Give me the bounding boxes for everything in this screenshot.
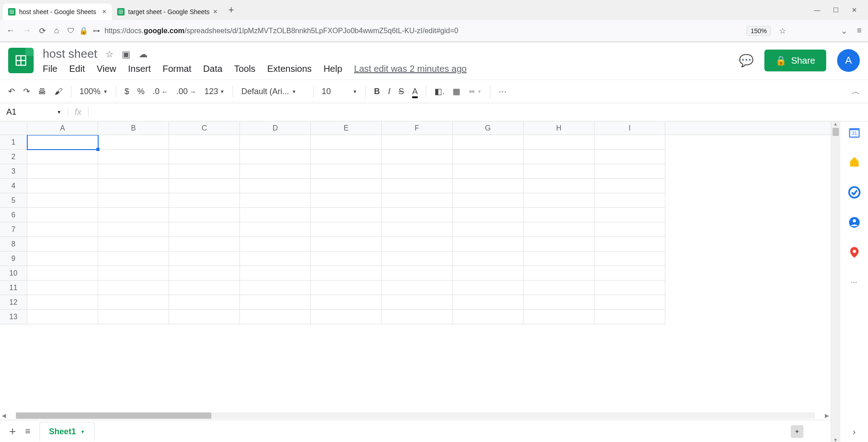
cell[interactable] (98, 222, 169, 237)
borders-button[interactable]: ▦ (453, 86, 460, 96)
menu-edit[interactable]: Edit (69, 64, 85, 74)
cell[interactable] (169, 295, 240, 310)
cell[interactable] (453, 281, 524, 295)
menu-insert[interactable]: Insert (128, 64, 151, 74)
horizontal-scrollbar[interactable]: ◀ ▶ (0, 412, 831, 420)
cell[interactable] (524, 208, 594, 222)
text-color-button[interactable]: A (412, 87, 418, 96)
contacts-icon[interactable] (848, 216, 861, 229)
cell[interactable] (382, 295, 453, 310)
cell[interactable] (453, 295, 524, 310)
cell[interactable] (240, 135, 311, 150)
increase-decimal-button[interactable]: .00→ (176, 87, 196, 96)
cell[interactable] (27, 251, 98, 266)
collapse-sidepanel-icon[interactable]: › (853, 427, 856, 437)
cell[interactable] (594, 222, 665, 237)
cell[interactable] (524, 193, 594, 208)
redo-button[interactable]: ↷ (23, 86, 30, 96)
last-edit-link[interactable]: Last edit was 2 minutes ago (354, 64, 467, 74)
cell[interactable] (169, 150, 240, 164)
cell[interactable] (27, 295, 98, 310)
browser-tab-host[interactable]: host sheet - Google Sheets × (3, 4, 112, 20)
cell[interactable] (311, 150, 382, 164)
cell[interactable] (453, 208, 524, 222)
cell[interactable] (453, 222, 524, 237)
close-window-icon[interactable]: ✕ (852, 6, 857, 14)
cell[interactable] (524, 237, 594, 251)
cell[interactable] (524, 164, 594, 179)
scroll-left-icon[interactable]: ◀ (0, 412, 8, 419)
cell[interactable] (311, 281, 382, 295)
font-size-dropdown[interactable]: 10 (322, 87, 344, 96)
cell[interactable] (311, 179, 382, 193)
cell[interactable] (594, 208, 665, 222)
font-dropdown[interactable]: Default (Ari... ▼ (241, 87, 305, 96)
cell[interactable] (169, 193, 240, 208)
hamburger-menu-icon[interactable]: ≡ (857, 26, 862, 35)
cell[interactable] (594, 266, 665, 281)
cell[interactable] (594, 251, 665, 266)
cell[interactable] (524, 310, 594, 324)
cell[interactable] (98, 310, 169, 324)
cell[interactable] (240, 237, 311, 251)
cell[interactable] (594, 179, 665, 193)
scroll-right-icon[interactable]: ▶ (823, 412, 831, 419)
shield-icon[interactable]: 🛡 (67, 27, 75, 35)
cell[interactable] (240, 208, 311, 222)
more-toolbar-button[interactable]: ⋯ (499, 86, 508, 96)
comments-icon[interactable]: 💬 (739, 54, 753, 68)
sheet-tab[interactable]: Sheet1 ▼ (40, 422, 95, 441)
permissions-icon[interactable]: ⊶ (93, 26, 100, 35)
row-header[interactable]: 4 (0, 179, 27, 193)
row-header[interactable]: 12 (0, 295, 27, 310)
cell[interactable] (311, 310, 382, 324)
column-header[interactable]: A (27, 121, 98, 135)
cell[interactable] (594, 281, 665, 295)
currency-button[interactable]: $ (125, 87, 129, 96)
cell[interactable] (382, 237, 453, 251)
merge-cells-button[interactable]: ⬌ ▼ (469, 86, 482, 96)
sheets-logo-icon[interactable] (8, 48, 34, 73)
print-button[interactable]: 🖶 (38, 87, 46, 96)
cell[interactable] (27, 310, 98, 324)
cell[interactable] (594, 164, 665, 179)
column-header[interactable]: F (382, 121, 453, 135)
menu-tools[interactable]: Tools (234, 64, 255, 74)
zoom-badge[interactable]: 150% (747, 26, 771, 36)
account-avatar[interactable]: A (837, 49, 860, 72)
share-button[interactable]: 🔒 Share (764, 50, 826, 71)
cell[interactable] (27, 193, 98, 208)
cell[interactable] (453, 251, 524, 266)
back-button[interactable]: ← (6, 26, 15, 35)
row-header[interactable]: 3 (0, 164, 27, 179)
cell[interactable] (240, 281, 311, 295)
cell[interactable] (240, 310, 311, 324)
cell[interactable] (382, 193, 453, 208)
add-sheet-button[interactable]: + (9, 424, 16, 438)
cloud-status-icon[interactable]: ☁ (139, 49, 148, 60)
document-title[interactable]: host sheet (43, 47, 97, 61)
vscroll-thumb[interactable] (833, 128, 839, 136)
cell[interactable] (169, 266, 240, 281)
italic-button[interactable]: I (388, 87, 390, 96)
vertical-scrollbar[interactable]: ▲ ▼ (831, 121, 840, 442)
chevron-down-icon[interactable]: ▼ (80, 429, 85, 434)
row-header[interactable]: 13 (0, 310, 27, 324)
row-header[interactable]: 9 (0, 251, 27, 266)
cell[interactable] (453, 179, 524, 193)
cell[interactable] (98, 237, 169, 251)
cell[interactable] (311, 208, 382, 222)
column-header[interactable]: I (594, 121, 665, 135)
cell[interactable] (453, 164, 524, 179)
all-sheets-button[interactable]: ≡ (25, 426, 30, 437)
cell[interactable] (453, 193, 524, 208)
maps-icon[interactable] (848, 246, 861, 259)
cell[interactable] (382, 150, 453, 164)
forward-button[interactable]: → (23, 26, 31, 35)
cell[interactable] (524, 135, 594, 150)
bookmark-star-icon[interactable]: ☆ (779, 26, 786, 36)
menu-format[interactable]: Format (163, 64, 191, 74)
cell[interactable] (311, 237, 382, 251)
cell[interactable] (98, 193, 169, 208)
maximize-icon[interactable]: ☐ (833, 6, 839, 14)
